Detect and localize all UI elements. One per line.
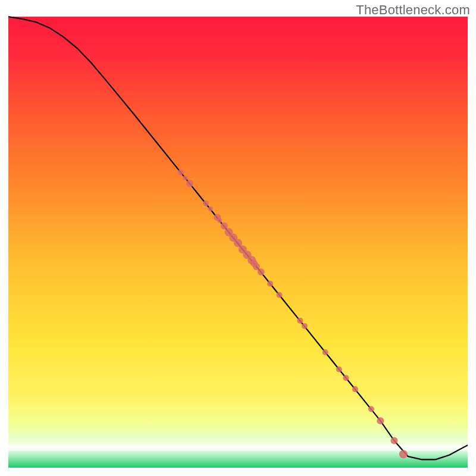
watermark-text: TheBottleneck.com [356, 2, 470, 18]
data-point [217, 218, 222, 223]
data-point [297, 318, 303, 324]
data-point [352, 386, 358, 392]
data-point [322, 349, 328, 355]
data-point [390, 437, 397, 444]
data-point [208, 206, 213, 211]
data-point [399, 450, 408, 458]
data-point [336, 367, 342, 372]
data-point [221, 223, 228, 230]
data-point [183, 176, 187, 180]
chart-svg [0, 0, 476, 476]
data-point [258, 268, 265, 275]
data-point [186, 180, 193, 187]
data-point [203, 201, 209, 206]
data-point [178, 170, 184, 176]
chart-container: TheBottleneck.com [0, 0, 476, 476]
data-point [377, 417, 384, 424]
data-point [302, 323, 308, 329]
data-point [343, 375, 349, 381]
data-point [253, 263, 260, 270]
data-point [267, 281, 273, 287]
data-point [276, 292, 282, 298]
data-point [368, 406, 374, 412]
